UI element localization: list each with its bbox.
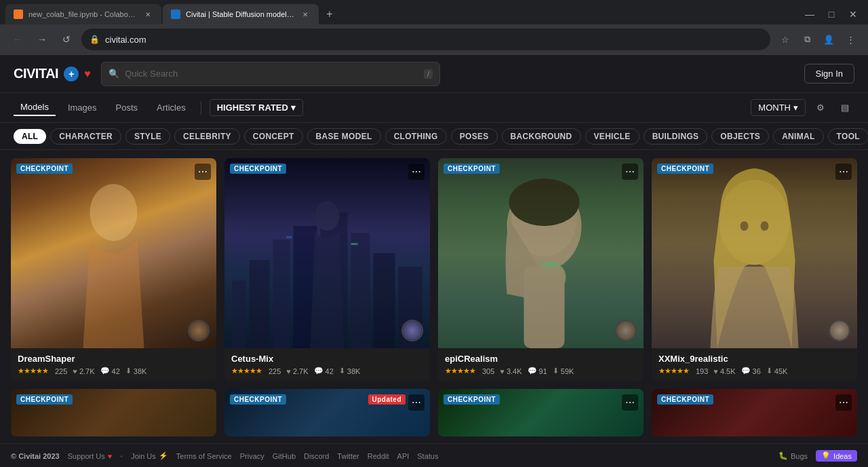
cat-concept[interactable]: CONCEPT bbox=[244, 128, 303, 145]
card-stats-cetus-mix: ★★★★★ 225 ♥ 2.7K 💬 42 ⬇ 38K bbox=[231, 367, 423, 375]
cat-character[interactable]: CHARACTER bbox=[50, 128, 121, 145]
heart-icon-dreamshaper: ♥ bbox=[73, 367, 77, 375]
rating-stars-cetus: ★★★★★ bbox=[231, 367, 262, 375]
ideas-label: Ideas bbox=[833, 452, 852, 460]
cat-vehicle[interactable]: VEHICLE bbox=[585, 128, 639, 145]
minimize-btn[interactable]: — bbox=[800, 5, 819, 24]
cat-poses[interactable]: POSES bbox=[451, 128, 498, 145]
tab-civitai-close[interactable]: ✕ bbox=[300, 9, 311, 20]
bugs-button[interactable]: 🐛 Bugs bbox=[778, 451, 808, 460]
back-btn[interactable]: ← bbox=[8, 30, 27, 49]
profile-btn[interactable]: 👤 bbox=[819, 30, 838, 49]
footer-discord[interactable]: Discord bbox=[304, 452, 329, 460]
tab-models[interactable]: Models bbox=[14, 99, 56, 116]
download-icon-xxmix: ⬇ bbox=[766, 367, 772, 375]
partial-menu-2[interactable]: ⋯ bbox=[408, 394, 425, 411]
partial-badge-3: CHECKPOINT bbox=[443, 394, 500, 405]
model-card-epicrealism[interactable]: CHECKPOINT ⋯ bbox=[438, 158, 644, 381]
card-badge-dreamshaper: CHECKPOINT bbox=[16, 164, 73, 174]
card-stats-epicrealism: ★★★★★ 305 ♥ 3.4K 💬 91 ⬇ 59K bbox=[445, 367, 637, 375]
tab-jupyter[interactable]: new_colab_file.ipynb - Colabora... ✕ bbox=[5, 4, 161, 24]
civitai-app: CIVITAI + ♥ 🔍 Quick Search / Sign In Mod… bbox=[0, 55, 868, 467]
cat-clothing[interactable]: CLOTHING bbox=[385, 128, 447, 145]
cat-tool[interactable]: TOOL bbox=[828, 128, 868, 145]
new-tab-button[interactable]: + bbox=[320, 5, 339, 24]
model-card-dreamshaper[interactable]: CHECKPOINT ⋯ DreamShaper bbox=[11, 158, 216, 381]
tab-articles[interactable]: Articles bbox=[150, 100, 193, 115]
footer-tos[interactable]: Terms of Service bbox=[176, 452, 232, 460]
cat-objects[interactable]: OBJECTS bbox=[711, 128, 769, 145]
maximize-btn[interactable]: □ bbox=[822, 5, 841, 24]
partial-card-2[interactable]: CHECKPOINT Updated ⋯ bbox=[224, 389, 430, 436]
join-us-link[interactable]: Join Us ⚡ bbox=[131, 451, 168, 460]
footer-privacy[interactable]: Privacy bbox=[240, 452, 264, 460]
menu-btn[interactable]: ⋮ bbox=[841, 30, 860, 49]
model-card-xxmix[interactable]: CHECKPOINT ⋯ bbox=[652, 158, 857, 381]
cat-base-model[interactable]: BASE MODEL bbox=[307, 128, 381, 145]
ideas-button[interactable]: 💡 Ideas bbox=[816, 450, 857, 462]
card-avatar-epicrealism bbox=[615, 320, 637, 341]
card-menu-dreamshaper[interactable]: ⋯ bbox=[195, 164, 211, 180]
card-menu-epicrealism[interactable]: ⋯ bbox=[622, 164, 638, 180]
svg-rect-1 bbox=[233, 280, 246, 348]
filter-bar: Models Images Posts Articles HIGHEST RAT… bbox=[0, 93, 868, 123]
footer-reddit[interactable]: Reddit bbox=[368, 452, 389, 460]
tab-images[interactable]: Images bbox=[61, 100, 104, 115]
footer-api[interactable]: API bbox=[397, 452, 410, 460]
cat-style[interactable]: STYLE bbox=[125, 128, 170, 145]
partial-menu-4[interactable]: ⋯ bbox=[835, 394, 852, 411]
model-card-cetus-mix[interactable]: CHECKPOINT ⋯ bbox=[224, 158, 430, 381]
extensions-btn[interactable]: ⧉ bbox=[797, 30, 816, 49]
cat-all[interactable]: ALL bbox=[14, 129, 46, 144]
browser-chrome: new_colab_file.ipynb - Colabora... ✕ Civ… bbox=[0, 0, 868, 55]
main-content: CHECKPOINT ⋯ DreamShaper bbox=[0, 150, 868, 443]
footer-github[interactable]: GitHub bbox=[273, 452, 296, 460]
rating-count-xxmix: 193 bbox=[696, 367, 708, 375]
partial-card-4[interactable]: CHECKPOINT ⋯ bbox=[652, 389, 857, 436]
partial-menu-3[interactable]: ⋯ bbox=[622, 394, 638, 411]
support-us-link[interactable]: Support Us ♥ bbox=[68, 452, 113, 460]
card-avatar-cetus-mix bbox=[401, 320, 423, 341]
logo-plus-icon[interactable]: + bbox=[64, 67, 79, 81]
partial-card-1[interactable]: CHECKPOINT bbox=[11, 389, 216, 436]
footer-right: 🐛 Bugs 💡 Ideas bbox=[778, 450, 857, 462]
search-bar[interactable]: 🔍 Quick Search / bbox=[101, 62, 440, 86]
close-browser-btn[interactable]: ✕ bbox=[844, 5, 863, 24]
address-bar[interactable]: 🔒 civitai.com bbox=[81, 29, 770, 50]
layout-icon[interactable]: ▤ bbox=[835, 98, 854, 117]
logo[interactable]: CIVITAI + ♥ bbox=[14, 66, 90, 81]
filter-actions: MONTH ▾ ⚙ ▤ bbox=[751, 98, 854, 117]
card-title-dreamshaper: DreamShaper bbox=[18, 354, 210, 364]
footer-twitter[interactable]: Twitter bbox=[337, 452, 359, 460]
svg-rect-2 bbox=[250, 260, 270, 348]
tab-posts[interactable]: Posts bbox=[109, 100, 145, 115]
tab-civitai[interactable]: Civitai | Stable Diffusion models... ✕ bbox=[163, 4, 319, 24]
tab-jupyter-close[interactable]: ✕ bbox=[142, 9, 153, 20]
cat-buildings[interactable]: BUILDINGS bbox=[644, 128, 708, 145]
comments-epic: 💬 91 bbox=[528, 367, 547, 375]
bookmark-btn[interactable]: ☆ bbox=[776, 30, 795, 49]
card-info-epicrealism: epiCRealism ★★★★★ 305 ♥ 3.4K 💬 91 bbox=[438, 348, 644, 381]
card-menu-cetus-mix[interactable]: ⋯ bbox=[408, 164, 425, 180]
sort-button[interactable]: HIGHEST RATED ▾ bbox=[210, 99, 303, 116]
ssl-lock-icon: 🔒 bbox=[90, 35, 100, 44]
footer-status[interactable]: Status bbox=[417, 452, 438, 460]
search-placeholder: Quick Search bbox=[125, 69, 178, 79]
search-icon: 🔍 bbox=[108, 69, 119, 79]
cat-celebrity[interactable]: CELEBRITY bbox=[174, 128, 240, 145]
model-grid: CHECKPOINT ⋯ DreamShaper bbox=[11, 158, 857, 381]
card-menu-xxmix[interactable]: ⋯ bbox=[835, 164, 852, 180]
partial-card-3[interactable]: CHECKPOINT ⋯ bbox=[438, 389, 644, 436]
civitai-favicon bbox=[171, 10, 180, 19]
sign-in-button[interactable]: Sign In bbox=[804, 64, 854, 83]
filter-icon[interactable]: ⚙ bbox=[811, 98, 830, 117]
cat-background[interactable]: BACKGROUND bbox=[502, 128, 581, 145]
reload-btn[interactable]: ↺ bbox=[57, 30, 76, 49]
comment-icon-epic: 💬 bbox=[528, 367, 537, 375]
svg-rect-3 bbox=[273, 240, 290, 348]
period-button[interactable]: MONTH ▾ bbox=[751, 99, 806, 116]
forward-btn[interactable]: → bbox=[33, 30, 52, 49]
join-us-text: Join Us bbox=[131, 452, 156, 460]
comments-dreamshaper: 💬 42 bbox=[100, 367, 120, 375]
cat-animal[interactable]: ANIMAL bbox=[773, 128, 823, 145]
